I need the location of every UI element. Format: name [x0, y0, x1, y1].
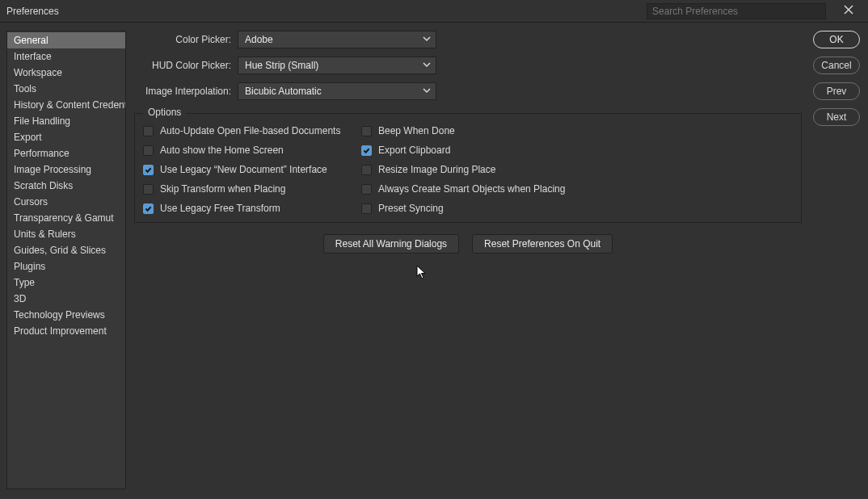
sidebar-item-type[interactable]: Type	[7, 275, 125, 291]
button-label: Prev	[827, 86, 847, 97]
options-fieldset: Options Auto-Update Open File-based Docu…	[134, 113, 802, 223]
main-panel: Color Picker: Adobe HUD Color Picker: Hu…	[134, 31, 802, 489]
checkbox-auto-show-the-home-screen[interactable]: Auto show the Home Screen	[143, 145, 361, 156]
checkbox-box	[143, 203, 154, 214]
checkbox-label: Use Legacy “New Document” Interface	[160, 164, 327, 175]
checkbox-box	[361, 165, 372, 175]
checkbox-skip-transform-when-placing[interactable]: Skip Transform when Placing	[143, 183, 361, 195]
checkbox-export-clipboard[interactable]: Export Clipboard	[361, 145, 793, 156]
ok-button[interactable]: OK	[813, 31, 860, 48]
sidebar-item-workspace[interactable]: Workspace	[7, 65, 125, 81]
dialog-side-buttons: OK Cancel Prev Next	[810, 31, 860, 489]
row-image-interpolation: Image Interpolation: Bicubic Automatic	[134, 82, 802, 100]
button-label: Reset Preferences On Quit	[484, 238, 600, 250]
row-color-picker: Color Picker: Adobe	[134, 31, 802, 48]
prev-button[interactable]: Prev	[813, 82, 860, 100]
sidebar-item-transparency-gamut[interactable]: Transparency & Gamut	[7, 210, 125, 226]
select-value: Hue Strip (Small)	[245, 60, 318, 71]
sidebar-item-export[interactable]: Export	[7, 129, 125, 145]
next-button[interactable]: Next	[813, 108, 860, 126]
checkbox-box	[143, 145, 154, 156]
chevron-down-icon	[423, 34, 431, 45]
preferences-window: Preferences GeneralInterfaceWorkspaceToo…	[0, 0, 868, 499]
checkbox-box	[361, 145, 372, 156]
checkbox-label: Skip Transform when Placing	[160, 183, 285, 195]
sidebar-item-units-rulers[interactable]: Units & Rulers	[7, 226, 125, 242]
cancel-button[interactable]: Cancel	[813, 57, 860, 74]
reset-on-quit-button[interactable]: Reset Preferences On Quit	[472, 234, 613, 254]
checkbox-box	[361, 203, 372, 214]
sidebar-item-performance[interactable]: Performance	[7, 145, 125, 161]
checkbox-always-create-smart-objects-when-placing[interactable]: Always Create Smart Objects when Placing	[361, 183, 793, 195]
sidebar-item-scratch-disks[interactable]: Scratch Disks	[7, 178, 125, 194]
checkbox-box	[143, 184, 154, 195]
select-hud-color-picker[interactable]: Hue Strip (Small)	[238, 57, 436, 74]
sidebar-item-file-handling[interactable]: File Handling	[7, 113, 125, 129]
sidebar-item-interface[interactable]: Interface	[7, 48, 125, 65]
checkbox-label: Auto show the Home Screen	[160, 145, 284, 156]
sidebar-item-history-content-credentials[interactable]: History & Content Credentials	[7, 97, 125, 113]
sidebar-item-plugins[interactable]: Plugins	[7, 258, 125, 275]
close-icon	[844, 5, 853, 17]
chevron-down-icon	[423, 60, 431, 71]
checkbox-preset-syncing[interactable]: Preset Syncing	[361, 203, 793, 214]
reset-row: Reset All Warning Dialogs Reset Preferen…	[134, 234, 802, 254]
options-grid: Auto-Update Open File-based DocumentsBee…	[143, 125, 793, 214]
button-label: Reset All Warning Dialogs	[335, 238, 447, 250]
titlebar: Preferences	[0, 0, 868, 23]
select-value: Bicubic Automatic	[245, 86, 322, 97]
label-hud-color-picker: HUD Color Picker:	[134, 60, 231, 71]
checkbox-label: Always Create Smart Objects when Placing	[378, 183, 565, 195]
checkbox-use-legacy-new-document-interface[interactable]: Use Legacy “New Document” Interface	[143, 164, 361, 175]
checkbox-label: Auto-Update Open File-based Documents	[160, 125, 340, 136]
close-button[interactable]	[836, 0, 862, 23]
chevron-down-icon	[423, 86, 431, 97]
checkbox-label: Beep When Done	[378, 125, 455, 136]
sidebar-item-cursors[interactable]: Cursors	[7, 194, 125, 210]
select-color-picker[interactable]: Adobe	[238, 31, 436, 48]
sidebar-item-tools[interactable]: Tools	[7, 81, 125, 97]
checkbox-label: Export Clipboard	[378, 145, 450, 156]
reset-warnings-button[interactable]: Reset All Warning Dialogs	[323, 234, 459, 254]
checkbox-box	[143, 165, 154, 175]
window-title: Preferences	[6, 6, 59, 17]
sidebar-item-image-processing[interactable]: Image Processing	[7, 161, 125, 178]
label-image-interpolation: Image Interpolation:	[134, 86, 231, 97]
sidebar-item-3d[interactable]: 3D	[7, 291, 125, 307]
options-legend: Options	[143, 107, 186, 118]
checkbox-use-legacy-free-transform[interactable]: Use Legacy Free Transform	[143, 203, 361, 214]
checkbox-box	[361, 184, 372, 195]
button-label: Cancel	[821, 60, 851, 71]
select-image-interpolation[interactable]: Bicubic Automatic	[238, 82, 436, 100]
sidebar-item-guides-grid-slices[interactable]: Guides, Grid & Slices	[7, 242, 125, 258]
checkbox-resize-image-during-place[interactable]: Resize Image During Place	[361, 164, 793, 175]
button-label: Next	[827, 111, 847, 123]
row-hud-color-picker: HUD Color Picker: Hue Strip (Small)	[134, 57, 802, 74]
checkbox-label: Resize Image During Place	[378, 164, 495, 175]
checkbox-box	[143, 126, 154, 136]
checkbox-label: Use Legacy Free Transform	[160, 203, 280, 214]
checkbox-auto-update-open-file-based-documents[interactable]: Auto-Update Open File-based Documents	[143, 125, 361, 136]
search-input[interactable]	[647, 3, 826, 19]
category-sidebar: GeneralInterfaceWorkspaceToolsHistory & …	[6, 31, 126, 489]
dialog-body: GeneralInterfaceWorkspaceToolsHistory & …	[0, 23, 868, 499]
sidebar-item-general[interactable]: General	[7, 32, 125, 48]
select-value: Adobe	[245, 34, 273, 45]
sidebar-item-technology-previews[interactable]: Technology Previews	[7, 307, 125, 323]
checkbox-beep-when-done[interactable]: Beep When Done	[361, 125, 793, 136]
sidebar-item-product-improvement[interactable]: Product Improvement	[7, 323, 125, 339]
checkbox-box	[361, 126, 372, 136]
checkbox-label: Preset Syncing	[378, 203, 444, 214]
button-label: OK	[829, 34, 843, 45]
label-color-picker: Color Picker:	[134, 34, 231, 45]
